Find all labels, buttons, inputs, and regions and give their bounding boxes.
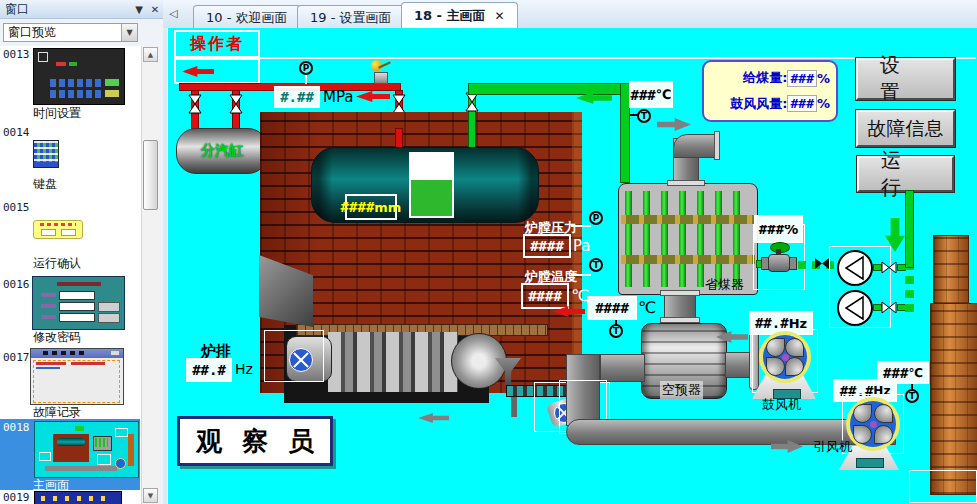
economizer-coils	[625, 191, 751, 287]
window-list: 0013 时间设置 0014 键盘 0015	[0, 46, 141, 504]
chimney	[930, 303, 977, 495]
furnace-temp-value: ####	[521, 283, 569, 309]
list-item-0018-selected[interactable]: 0018 主画面	[0, 419, 140, 490]
operator-flow-cell	[174, 58, 260, 84]
tab-settings-screen[interactable]: 19 - 设置画面	[297, 5, 405, 29]
steam-pressure-unit: MPa	[323, 88, 354, 106]
chimney-upper	[933, 235, 969, 305]
conveyor-leg	[511, 397, 517, 417]
pressure-sensor-icon: P	[589, 211, 603, 225]
tab-main-screen[interactable]: 18 - 主画面 ✕	[401, 2, 518, 29]
run-button[interactable]: 运行	[857, 156, 954, 192]
thumbnail-fault-record	[30, 348, 124, 405]
preheater-left-pipe	[600, 354, 645, 382]
coal-feed-value: ###	[787, 70, 816, 87]
air-preheater-label: 空预器	[660, 381, 703, 399]
grate-freq-value: ##.#	[186, 358, 232, 382]
coal-feed-label: 给煤量:	[743, 69, 787, 87]
blast-volume-value: ###	[787, 95, 816, 112]
temp-sensor-icon: T	[589, 258, 603, 272]
settings-button[interactable]: 设置	[856, 58, 955, 100]
panel-close-icon[interactable]: ✕	[147, 4, 163, 15]
gauge-stem	[305, 74, 307, 84]
pressure-gauge-icon: P	[299, 61, 313, 75]
temp-sensor-icon: T	[609, 324, 623, 338]
operator-badge: 操作者	[174, 30, 260, 58]
induced-fan-icon	[846, 397, 900, 451]
valve-flange	[789, 257, 797, 270]
stand-base	[856, 458, 884, 468]
list-item-0015[interactable]: 0015 运行确认	[0, 201, 141, 269]
tab-scroll-left-icon[interactable]: ◁	[169, 7, 177, 20]
connector-line	[571, 274, 591, 276]
panel-scrollbar[interactable]: ▲ ▼	[141, 46, 159, 504]
list-item-0016[interactable]: 0016 修改密码	[0, 276, 141, 344]
valve-icon	[881, 261, 897, 274]
flue-gas-temp-unit: ℃	[638, 298, 656, 317]
induced-fan-label: 引风机	[813, 438, 852, 456]
valve-icon	[229, 94, 243, 114]
economizer: 省煤器	[618, 183, 758, 295]
thumbnail-change-password	[32, 276, 125, 330]
panel-collapse-icon[interactable]: ▼	[131, 4, 147, 15]
steam-outlet-temp-value: ###℃	[629, 81, 673, 108]
valve-icon	[392, 94, 406, 114]
feedwater-pipe-vertical	[905, 190, 914, 268]
observer-badge: 观察员	[177, 416, 333, 466]
thumbnail-run-confirm	[33, 220, 83, 239]
valve-flange	[761, 257, 769, 270]
drum-level-gauge	[409, 152, 454, 218]
list-item-0013[interactable]: 0013 时间设置	[0, 48, 141, 120]
tab-bar: ◁ 10 - 欢迎画面 19 - 设置画面 18 - 主画面 ✕	[163, 0, 977, 29]
flow-arrow-left-icon	[356, 91, 390, 102]
list-item-0014[interactable]: 0014 键盘	[0, 126, 141, 192]
steam-line-green	[468, 83, 630, 95]
chevron-down-icon[interactable]: ▼	[121, 24, 137, 41]
valve-icon	[814, 257, 830, 270]
thumbnail-keyboard	[33, 140, 59, 168]
tab-welcome-screen[interactable]: 10 - 欢迎画面	[193, 5, 301, 29]
flange	[667, 180, 705, 186]
blast-volume-label: 鼓风风量:	[730, 95, 787, 113]
flow-arrow-right-icon	[657, 118, 691, 131]
valve-icon	[188, 94, 202, 114]
thumbnail-partial	[34, 491, 122, 504]
blast-volume-unit: %	[817, 96, 830, 111]
control-valve-body	[768, 254, 790, 272]
scrollbar-thumb[interactable]	[143, 140, 158, 210]
blower-label: 鼓风机	[762, 396, 801, 414]
drum-level-value: ####mm	[345, 194, 397, 220]
thumbnail-time-settings	[33, 48, 125, 105]
list-item-0017[interactable]: 0017 故障记录	[0, 348, 141, 418]
flange	[660, 290, 700, 296]
temp-sensor-icon: T	[637, 109, 651, 123]
coal-feed-unit: %	[817, 71, 830, 86]
connector-line	[571, 225, 591, 227]
list-item-0019[interactable]: 0019	[0, 491, 141, 504]
steam-pressure-value: #.##	[274, 86, 320, 108]
grate-freq-unit: Hz	[235, 361, 253, 377]
steam-header: 分汽缸	[176, 128, 268, 174]
pump-icon	[837, 250, 873, 286]
hmi-canvas: 操作者 P #.## MPa 分汽缸	[167, 28, 977, 504]
thumbnail-main-screen	[34, 421, 139, 478]
furnace-pressure-value: ####	[523, 234, 571, 258]
fault-info-button[interactable]: 故障信息	[856, 110, 955, 147]
pipe-cap	[714, 131, 720, 160]
flow-arrow-left-icon	[418, 413, 449, 423]
temp-sensor-icon: T	[905, 389, 919, 403]
flue-gas-temp-value: ####	[587, 296, 637, 320]
setpoint-info-panel: 给煤量: ### % 鼓风风量: ### %	[702, 60, 838, 122]
valve-icon	[465, 92, 479, 112]
furnace-pressure-unit: Pa	[573, 237, 591, 255]
blower-fan-icon	[759, 331, 811, 383]
economizer-elbow	[673, 134, 715, 158]
window-panel-titlebar: 窗口 ▼ ✕	[0, 0, 163, 19]
scroll-down-icon[interactable]: ▼	[143, 488, 158, 503]
coil-header	[621, 215, 755, 224]
window-panel: 窗口 ▼ ✕ 窗口预览 ▼ 0013 时间设置 0014 键盘	[0, 0, 164, 504]
tab-close-icon[interactable]: ✕	[495, 9, 505, 23]
scroll-up-icon[interactable]: ▲	[143, 47, 158, 62]
valve-icon	[881, 301, 897, 314]
window-preview-dropdown[interactable]: 窗口预览 ▼	[3, 23, 138, 42]
